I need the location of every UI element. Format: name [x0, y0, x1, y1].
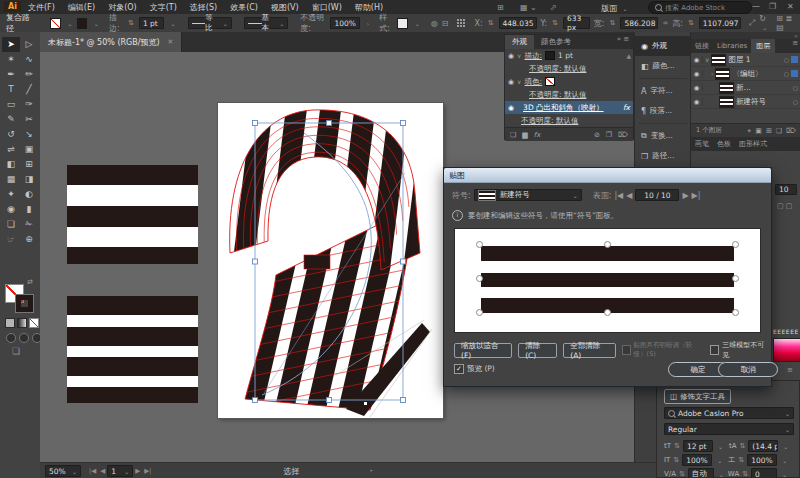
target-circle-icon[interactable]: ○ — [784, 70, 789, 77]
appearance-row-stroke[interactable]: ◉ ∨ 描边: 1 pt ▲ — [505, 49, 633, 62]
menu-item-6[interactable]: 效果(C) — [230, 2, 258, 13]
share-icon[interactable]: ⬀ — [550, 3, 557, 12]
symbol-sprayer-tool[interactable]: ◉ — [2, 202, 20, 217]
stroke-row-swatch[interactable] — [545, 51, 555, 60]
symbol-select[interactable]: 新建符号 ⌄ — [474, 189, 582, 201]
restore-button[interactable]: ❐ — [769, 2, 776, 11]
none-mode-button[interactable] — [29, 318, 39, 328]
preview-checkbox[interactable]: ✓预览 (P) — [454, 364, 495, 374]
line-segment-tool[interactable]: ╱ — [20, 82, 38, 97]
tab-libraries[interactable]: Libraries — [713, 39, 751, 53]
visibility-eye-icon[interactable]: ◉ — [691, 98, 703, 106]
fill-row-swatch[interactable] — [545, 77, 555, 86]
minimize-button[interactable]: — — [752, 2, 760, 11]
artboard[interactable] — [218, 103, 443, 418]
add-stroke-icon[interactable]: ❏ — [510, 131, 516, 139]
surface-first-icon[interactable]: |◀ — [614, 191, 623, 200]
height-value[interactable]: 1107.097 — [699, 17, 741, 29]
style-swatch[interactable] — [397, 18, 407, 29]
panel-dock-icons[interactable]: ⊞ ≣ ▤ — [776, 14, 796, 32]
selection-handle[interactable] — [476, 275, 483, 282]
draw-behind-button[interactable] — [19, 333, 29, 343]
menu-item-5[interactable]: 选择(S) — [190, 2, 217, 13]
h-scale-value[interactable]: 100% — [682, 454, 712, 466]
visibility-eye-icon[interactable]: ◉ — [691, 56, 703, 64]
tab-links[interactable]: 链接 — [691, 39, 713, 53]
tab-close-icon[interactable]: ✕ — [168, 38, 174, 46]
target-circle-icon[interactable]: ○ — [784, 56, 789, 63]
stripe-swatch-top[interactable] — [67, 165, 198, 264]
close-button[interactable]: ✕ — [787, 2, 794, 11]
clear-button[interactable]: 清除 (C) — [518, 343, 557, 358]
direct-selection-tool[interactable]: ▷ — [20, 37, 38, 52]
eye-icon[interactable]: ◉ — [508, 52, 514, 60]
menu-item-3[interactable]: 对象(O) — [108, 2, 137, 13]
last-artboard-icon[interactable]: ▶| — [144, 467, 151, 475]
document-tab[interactable]: 未标题-1* @ 50% (RGB/预览) ✕ — [40, 32, 182, 52]
map-art-preview[interactable] — [454, 228, 761, 333]
v-scale-value[interactable]: 100% — [747, 454, 777, 466]
font-style-select[interactable]: Regular⌄ — [664, 423, 794, 435]
menu-item-1[interactable]: 文件(F) — [28, 2, 55, 13]
tracking-value[interactable]: 0 — [751, 468, 777, 478]
dock-item-段落[interactable]: ¶段落... — [635, 101, 691, 121]
dialog-titlebar[interactable]: 贴图 — [444, 168, 771, 183]
kerning-value[interactable]: 自动 — [688, 468, 714, 478]
width-tool[interactable]: ⇌ — [2, 142, 20, 157]
stock-search-input[interactable]: 搜索 Adobe Stock — [648, 1, 752, 14]
layer-row[interactable]: ◉ ∨ 图层 1 ○ — [691, 53, 800, 67]
selection-handle[interactable] — [732, 309, 739, 316]
delete-layer-icon[interactable]: ⌦ — [786, 127, 796, 135]
panel-menu-icon[interactable]: ≡ — [787, 366, 793, 374]
surface-last-icon[interactable]: ▶| — [692, 191, 701, 200]
eye-icon[interactable]: ◉ — [508, 78, 514, 86]
clear-appearance-icon[interactable]: ⊘ — [594, 131, 600, 139]
stroke-stepper[interactable]: ⇅ — [128, 19, 134, 27]
next-artboard-icon[interactable]: ▶ — [135, 467, 140, 475]
artboard-nav-select[interactable]: 1⌄ — [107, 465, 133, 477]
type-tool[interactable]: T — [2, 82, 20, 97]
dock-item-字符[interactable]: A字符... — [635, 81, 691, 101]
prev-artboard-icon[interactable]: ◀ — [100, 467, 105, 475]
gradient-swatch[interactable] — [773, 338, 800, 362]
selection-handle[interactable] — [476, 241, 483, 248]
lasso-tool[interactable]: ∿ — [20, 52, 38, 67]
eye-icon[interactable]: ◉ — [508, 104, 514, 112]
font-family-select[interactable]: Adobe Caslon Pro⌄ — [664, 407, 794, 419]
x-value[interactable]: 448.035 — [499, 17, 537, 29]
brush-definition-select[interactable]: 基本⌄ — [244, 17, 288, 29]
invisible-geometry-checkbox[interactable]: 三维模型不可见 — [710, 340, 765, 360]
stroke-color-indicator[interactable] — [16, 295, 33, 312]
zoom-level-select[interactable]: 50%⌄ — [45, 465, 81, 477]
width-value[interactable]: 586.208 — [620, 17, 658, 29]
selection-handle[interactable] — [604, 241, 611, 248]
tab-appearance[interactable]: 外观 — [505, 35, 534, 49]
dock-collapse-icon[interactable]: » — [691, 32, 800, 39]
blend-tool[interactable]: ◐ — [20, 187, 38, 202]
screen-mode-button[interactable]: ❏ — [12, 346, 20, 356]
tab-graphic-styles[interactable]: 图形样式 — [735, 137, 771, 151]
font-size-value[interactable]: 12 pt — [683, 440, 713, 452]
surface-next-icon[interactable]: ▶ — [682, 191, 688, 200]
width-stepper[interactable]: ⇅ — [610, 19, 616, 27]
transform-icon[interactable]: ⤢ — [749, 18, 755, 28]
column-graph-tool[interactable]: ▮ — [20, 202, 38, 217]
dock-item-路径[interactable]: ❒路径... — [635, 146, 691, 166]
artwork-3d-ribbon[interactable] — [218, 103, 443, 418]
first-artboard-icon[interactable]: |◀ — [89, 467, 96, 475]
scale-tool[interactable]: ↘ — [20, 127, 38, 142]
new-sublayer-icon[interactable]: ⊞ — [766, 127, 772, 135]
width-profile-select[interactable]: 等比⌄ — [188, 17, 232, 29]
appearance-row-fill[interactable]: ◉ ∨ 填色: — [505, 75, 633, 88]
layer-row[interactable]: ◉ › 〈编组〉 ○ — [691, 67, 800, 81]
selection-handle[interactable] — [732, 241, 739, 248]
panel-menu-icon[interactable]: ≡ — [789, 39, 800, 53]
menu-item-7[interactable]: 视图(V) — [271, 2, 299, 13]
gradient-mode-button[interactable] — [17, 318, 27, 328]
scissors-tool[interactable]: ✂ — [20, 112, 38, 127]
visibility-eye-icon[interactable]: ◉ — [691, 70, 703, 78]
target-circle-icon[interactable]: ○ — [793, 98, 798, 105]
scroll-up-icon[interactable]: ▲ — [626, 52, 631, 59]
stroke-swatch[interactable] — [77, 18, 87, 29]
zoom-tool[interactable]: ⊕ — [20, 232, 38, 247]
